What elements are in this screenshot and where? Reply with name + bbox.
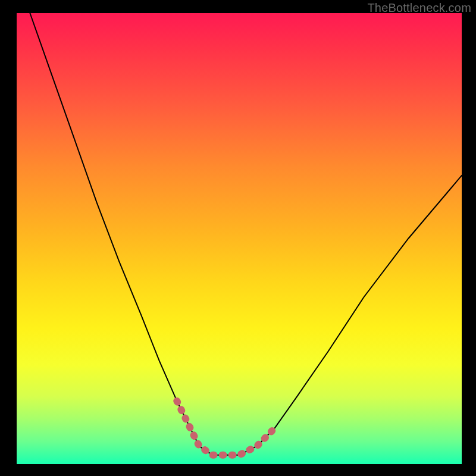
curve-svg bbox=[17, 13, 462, 464]
frame: TheBottleneck.com bbox=[0, 0, 476, 476]
bottleneck-curve bbox=[30, 13, 462, 455]
watermark-text: TheBottleneck.com bbox=[367, 1, 471, 15]
bottleneck-plot bbox=[17, 13, 462, 464]
bottom-highlight bbox=[177, 401, 275, 455]
